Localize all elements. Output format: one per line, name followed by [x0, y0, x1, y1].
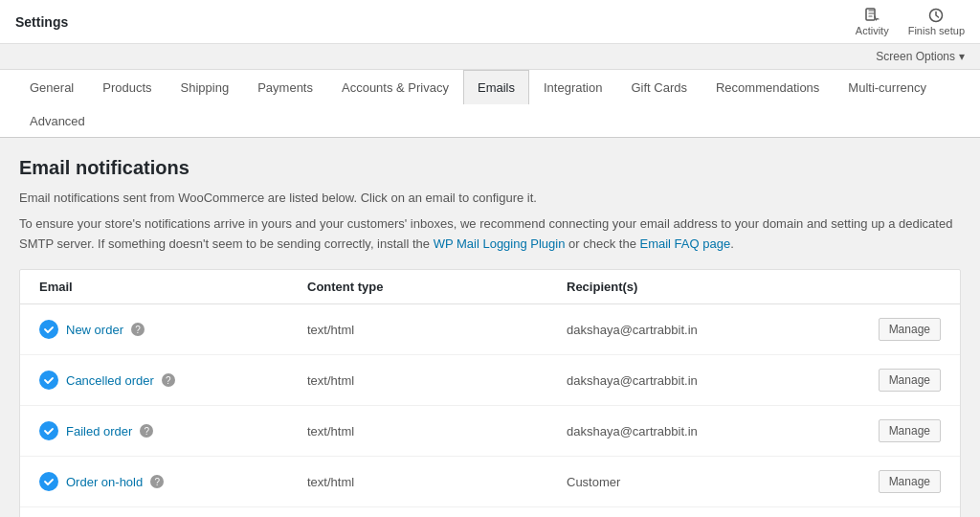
chevron-down-icon: ▾	[959, 50, 965, 63]
content-type-order-on-hold: text/html	[307, 475, 567, 489]
tab-products[interactable]: Products	[88, 70, 166, 104]
table-header: Email Content type Recipient(s)	[20, 270, 960, 304]
tab-recommendations[interactable]: Recommendations	[702, 70, 834, 104]
manage-button-failed-order[interactable]: Manage	[879, 419, 941, 442]
page-title: Email notifications	[19, 157, 961, 179]
email-link-new-order[interactable]: New order	[66, 323, 123, 337]
enabled-icon-new-order	[39, 320, 58, 339]
description-line1: Email notifications sent from WooCommerc…	[19, 189, 961, 209]
content-type-failed-order: text/html	[307, 424, 567, 438]
help-icon-new-order[interactable]: ?	[131, 323, 145, 336]
content-type-new-order: text/html	[307, 323, 567, 337]
top-bar-actions: Activity Finish setup	[856, 8, 965, 36]
finish-setup-label: Finish setup	[908, 25, 965, 36]
tab-integration[interactable]: Integration	[529, 70, 616, 104]
help-icon-cancelled-order[interactable]: ?	[162, 373, 175, 387]
help-icon-order-on-hold[interactable]: ?	[150, 475, 164, 488]
check-mark-icon	[43, 324, 55, 335]
wp-mail-logging-link[interactable]: WP Mail Logging Plugin	[434, 236, 566, 251]
tab-payments[interactable]: Payments	[243, 70, 327, 104]
settings-tabs: GeneralProductsShippingPaymentsAccounts …	[0, 70, 980, 138]
tab-emails[interactable]: Emails	[463, 70, 529, 104]
email-cell-cancelled-order: Cancelled order ?	[39, 371, 307, 390]
screen-options-button[interactable]: Screen Options ▾	[876, 50, 965, 63]
enabled-icon-failed-order	[39, 421, 58, 440]
col-header-actions	[826, 280, 941, 294]
col-header-recipients: Recipient(s)	[567, 280, 826, 294]
table-body: New order ? text/html dakshaya@cartrabbi…	[20, 304, 960, 517]
check-mark-icon	[43, 374, 55, 386]
check-mark-icon	[43, 425, 55, 437]
manage-cell-order-on-hold: Manage	[826, 470, 941, 493]
recipient-new-order: dakshaya@cartrabbit.in	[567, 323, 826, 337]
manage-cell-failed-order: Manage	[826, 419, 941, 442]
activity-icon	[864, 8, 880, 23]
check-mark-icon	[43, 476, 55, 487]
enabled-icon-cancelled-order	[39, 371, 58, 390]
description-line2: To ensure your store's notifications arr…	[19, 214, 961, 255]
recipient-cancelled-order: dakshaya@cartrabbit.in	[567, 373, 826, 388]
manage-button-cancelled-order[interactable]: Manage	[879, 369, 941, 392]
manage-button-order-on-hold[interactable]: Manage	[879, 470, 941, 493]
activity-button[interactable]: Activity	[856, 8, 889, 36]
settings-title: Settings	[15, 14, 68, 30]
finish-setup-button[interactable]: Finish setup	[908, 8, 965, 36]
description-text4: .	[730, 236, 734, 251]
help-icon-failed-order[interactable]: ?	[140, 424, 153, 438]
email-cell-order-on-hold: Order on-hold ?	[39, 472, 307, 491]
email-faq-link[interactable]: Email FAQ page	[640, 236, 731, 251]
top-bar: Settings Activity Finish setup	[0, 0, 980, 44]
content-area: Email notifications Email notifications …	[0, 138, 980, 517]
tab-accounts-privacy[interactable]: Accounts & Privacy	[327, 70, 463, 104]
description-text3: or check the	[565, 236, 639, 251]
email-cell-new-order: New order ?	[39, 320, 307, 339]
tab-multi-currency[interactable]: Multi-currency	[834, 70, 941, 104]
table-row: New order ? text/html dakshaya@cartrabbi…	[20, 304, 960, 355]
content-type-cancelled-order: text/html	[307, 373, 567, 388]
table-row: Order on-hold ? text/html Customer Manag…	[20, 457, 960, 507]
tab-general[interactable]: General	[15, 70, 88, 104]
table-row: Processing order ? text/html Customer Ma…	[20, 507, 960, 517]
email-table: Email Content type Recipient(s) New orde…	[19, 269, 961, 517]
table-row: Cancelled order ? text/html dakshaya@car…	[20, 355, 960, 406]
manage-button-new-order[interactable]: Manage	[879, 318, 941, 341]
enabled-icon-order-on-hold	[39, 472, 58, 491]
tab-advanced[interactable]: Advanced	[15, 103, 100, 138]
manage-cell-cancelled-order: Manage	[826, 369, 941, 392]
email-link-order-on-hold[interactable]: Order on-hold	[66, 475, 143, 489]
tab-shipping[interactable]: Shipping	[167, 70, 244, 104]
email-cell-failed-order: Failed order ?	[39, 421, 307, 440]
activity-label: Activity	[856, 25, 889, 36]
col-header-content-type: Content type	[307, 280, 567, 294]
recipient-order-on-hold: Customer	[567, 475, 826, 489]
table-row: Failed order ? text/html dakshaya@cartra…	[20, 406, 960, 457]
screen-options-bar: Screen Options ▾	[0, 44, 980, 70]
manage-cell-new-order: Manage	[826, 318, 941, 341]
screen-options-label: Screen Options	[876, 50, 955, 63]
col-header-email: Email	[39, 280, 307, 294]
tab-gift-cards[interactable]: Gift Cards	[616, 70, 702, 104]
email-link-cancelled-order[interactable]: Cancelled order	[66, 373, 154, 388]
email-link-failed-order[interactable]: Failed order	[66, 424, 132, 438]
recipient-failed-order: dakshaya@cartrabbit.in	[567, 424, 826, 438]
clock-icon	[928, 8, 944, 23]
